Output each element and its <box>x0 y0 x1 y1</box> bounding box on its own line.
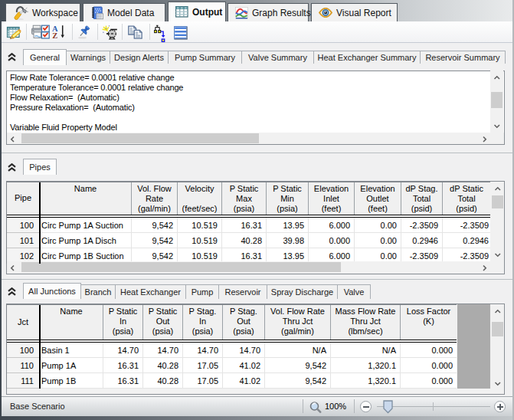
svg-text:Z: Z <box>52 31 57 39</box>
